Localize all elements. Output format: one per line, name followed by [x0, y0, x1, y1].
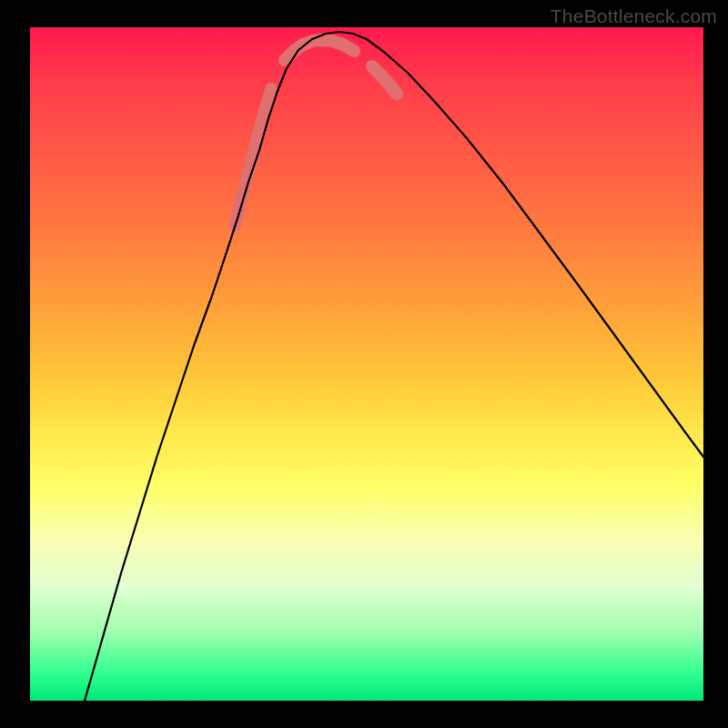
salmon-overlay-left — [235, 89, 271, 226]
plot-area — [30, 27, 703, 701]
salmon-overlay-right — [372, 66, 397, 94]
bottleneck-curve — [85, 32, 703, 701]
salmon-overlay-bottom — [285, 40, 354, 60]
chart-frame: TheBottleneck.com — [0, 0, 728, 728]
watermark-text: TheBottleneck.com — [551, 5, 717, 27]
curve-layer — [30, 27, 703, 701]
